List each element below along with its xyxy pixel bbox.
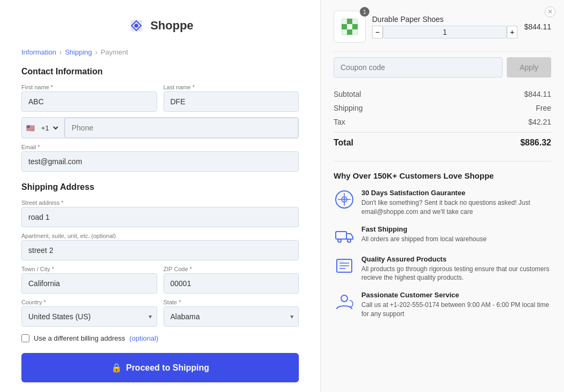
- shipping-label: Shipping: [334, 104, 363, 112]
- right-panel: 1 Durable Paper Shoes − + $844.1: [321, 0, 564, 392]
- svg-point-11: [338, 239, 341, 242]
- street-row: Street address *: [21, 199, 299, 227]
- feature-quality: Quality Assured Products All products go…: [334, 255, 551, 283]
- email-field: Email *: [21, 144, 299, 172]
- svg-rect-6: [347, 29, 352, 35]
- zip-field: ZIP Code *: [164, 266, 299, 294]
- grand-total-row: Total $886.32: [334, 132, 551, 150]
- first-name-input[interactable]: [21, 91, 157, 112]
- city-label: Town / City *: [21, 266, 157, 272]
- lock-icon: 🔒: [111, 363, 122, 373]
- quality-text: Quality Assured Products All products go…: [361, 255, 551, 283]
- grand-total-label: Total: [334, 138, 353, 148]
- why-section: Why Over 150K+ Customers Love Shoppe 30 …: [334, 161, 551, 319]
- city-field: Town / City *: [21, 266, 157, 294]
- state-field: State * Alabama ▾: [164, 299, 299, 327]
- decrease-qty-button[interactable]: −: [372, 26, 383, 39]
- apt-row: Apartment, suite, unit, etc. (optional): [21, 233, 299, 260]
- name-row: First name * Last name *: [21, 84, 299, 112]
- billing-checkbox-row: Use a different billing address (optiona…: [21, 334, 299, 342]
- shipping-feature-description: All orders are shipped from local wareho…: [361, 235, 486, 244]
- breadcrumb-shipping[interactable]: Shipping: [65, 48, 92, 56]
- city-zip-row: Town / City * ZIP Code *: [21, 266, 299, 294]
- quality-title: Quality Assured Products: [361, 255, 551, 263]
- divider-1: [334, 51, 551, 52]
- increase-qty-button[interactable]: +: [507, 26, 517, 39]
- zip-label: ZIP Code *: [164, 266, 299, 272]
- svg-point-12: [347, 239, 351, 242]
- apt-input[interactable]: [21, 240, 299, 260]
- guarantee-title: 30 Days Satisfaction Gaurantee: [361, 189, 551, 197]
- feature-shipping: Fast Shipping All orders are shipped fro…: [334, 225, 551, 247]
- product-name: Durable Paper Shoes: [372, 15, 517, 24]
- shipping-section-title: Shipping Address: [21, 182, 299, 192]
- quality-icon: [334, 255, 355, 276]
- support-text: Passionate Customer Service Call us at +…: [361, 291, 551, 319]
- country-state-row: Country * United States (US) ▾ State * A…: [21, 299, 299, 327]
- cart-badge: 1: [360, 7, 369, 17]
- street-field: Street address *: [21, 199, 299, 227]
- coupon-row: Apply: [334, 57, 551, 78]
- zip-input[interactable]: [164, 273, 299, 294]
- billing-checkbox-label: Use a different billing address: [34, 334, 125, 342]
- product-info: Durable Paper Shoes − +: [372, 15, 517, 39]
- phone-row: 🇺🇸 +1: [21, 117, 299, 139]
- email-label: Email *: [21, 144, 299, 150]
- contact-section-title: Contact Information: [21, 67, 299, 76]
- support-description: Call us at +1-202-555-0174 between 9:00 …: [361, 301, 551, 319]
- subtotal-label: Subtotal: [334, 90, 361, 98]
- product-thumbnail: 1: [334, 11, 366, 43]
- shipping-value: Free: [536, 104, 551, 112]
- product-row: 1 Durable Paper Shoes − + $844.1: [334, 11, 551, 43]
- breadcrumb-payment: Payment: [101, 48, 128, 56]
- guarantee-description: Don't like something? Sent it back no qu…: [361, 198, 551, 217]
- totals-section: Subtotal $844.11 Shipping Free Tax $42.2…: [334, 87, 551, 150]
- email-input[interactable]: [21, 151, 299, 172]
- svg-rect-5: [352, 24, 358, 29]
- subtotal-row: Subtotal $844.11: [334, 87, 551, 101]
- first-name-field: First name *: [21, 84, 157, 112]
- billing-checkbox[interactable]: [21, 334, 29, 342]
- breadcrumb: Information › Shipping › Payment: [21, 48, 299, 56]
- breadcrumb-information[interactable]: Information: [21, 48, 56, 56]
- svg-point-17: [341, 295, 347, 302]
- shipping-feature-title: Fast Shipping: [361, 225, 486, 233]
- apply-coupon-button[interactable]: Apply: [507, 57, 551, 78]
- quantity-input[interactable]: [383, 26, 507, 39]
- why-title: Why Over 150K+ Customers Love Shoppe: [334, 171, 551, 180]
- country-code-select[interactable]: +1: [37, 118, 60, 138]
- flag-emoji: 🇺🇸: [26, 124, 35, 132]
- state-select-wrapper: Alabama ▾: [164, 306, 299, 327]
- tax-value: $42.21: [528, 118, 551, 126]
- support-title: Passionate Customer Service: [361, 291, 551, 299]
- country-field: Country * United States (US) ▾: [21, 299, 157, 327]
- remove-product-button[interactable]: ✕: [545, 6, 555, 17]
- coupon-input[interactable]: [334, 57, 503, 78]
- shipping-feature-text: Fast Shipping All orders are shipped fro…: [361, 225, 486, 247]
- product-image: [339, 16, 360, 37]
- last-name-input[interactable]: [164, 91, 299, 112]
- country-select-wrapper: United States (US) ▾: [21, 306, 157, 327]
- email-row: Email *: [21, 144, 299, 172]
- subtotal-value: $844.11: [524, 90, 551, 98]
- svg-rect-4: [342, 24, 347, 29]
- feature-support: Passionate Customer Service Call us at +…: [334, 291, 551, 319]
- phone-input[interactable]: [65, 118, 298, 138]
- guarantee-text: 30 Days Satisfaction Gaurantee Don't lik…: [361, 189, 551, 217]
- state-select[interactable]: Alabama: [164, 306, 299, 327]
- city-input[interactable]: [21, 273, 157, 294]
- proceed-to-shipping-button[interactable]: 🔒 Proceed to Shipping: [21, 353, 299, 382]
- svg-rect-7: [347, 24, 352, 29]
- logo-text: Shoppe: [150, 19, 194, 33]
- svg-rect-10: [336, 232, 346, 239]
- street-label: Street address *: [21, 199, 299, 206]
- quality-description: All products go through rigorous testing…: [361, 265, 551, 283]
- billing-optional: (optional): [129, 334, 158, 342]
- grand-total-value: $886.32: [520, 138, 551, 148]
- shipping-row: Shipping Free: [334, 101, 551, 115]
- country-select[interactable]: United States (US): [21, 306, 157, 327]
- shipping-icon: [334, 225, 355, 247]
- state-label: State *: [164, 299, 299, 305]
- street-input[interactable]: [21, 207, 299, 227]
- chevron-icon-2: ›: [95, 48, 97, 56]
